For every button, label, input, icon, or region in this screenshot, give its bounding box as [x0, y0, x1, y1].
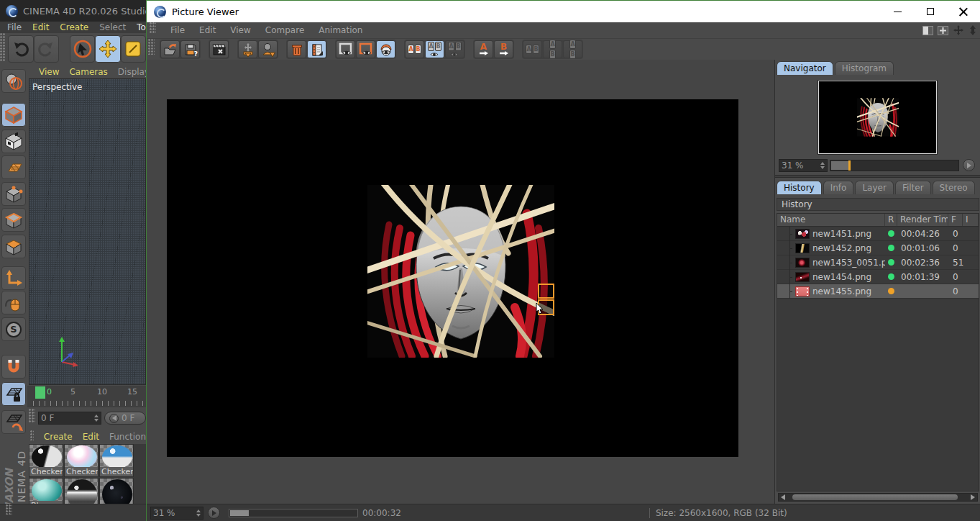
link-ab-button[interactable]: AB — [543, 40, 562, 58]
viewport-menu-display[interactable]: Display — [118, 67, 146, 77]
image-canvas[interactable] — [147, 60, 774, 504]
close-button[interactable] — [947, 1, 980, 22]
axis-mode-button[interactable] — [1, 266, 26, 290]
model-mode-button[interactable] — [1, 103, 26, 127]
updown-arrow-icon[interactable] — [968, 24, 977, 36]
layout-pane-icon[interactable] — [922, 26, 933, 35]
magnet-snap-button[interactable] — [1, 355, 26, 379]
material-checker-pastel[interactable]: Checker — [64, 444, 99, 477]
viewport[interactable]: Perspective — [29, 78, 146, 385]
pv-toolbar-grip[interactable] — [148, 39, 155, 55]
tab-filter[interactable]: Filter — [895, 181, 931, 194]
add-pane-icon[interactable] — [938, 26, 948, 35]
tab-navigator[interactable]: Navigator — [777, 61, 833, 75]
status-zoom-presets-button[interactable] — [208, 507, 220, 519]
history-hscrollbar[interactable] — [778, 493, 978, 502]
zoom-presets-button[interactable] — [963, 159, 975, 171]
compare-overlay-button[interactable]: AB — [445, 40, 464, 58]
pv-menu-compare[interactable]: Compare — [265, 25, 304, 35]
lock-workplane-button[interactable] — [1, 382, 26, 406]
history-row[interactable]: new1454.png 00:01:39 0 — [777, 270, 979, 284]
material-menu-edit[interactable]: Edit — [83, 432, 99, 442]
move-tool-button[interactable] — [95, 35, 120, 63]
menu-select[interactable]: Select — [99, 22, 126, 32]
tab-histogram[interactable]: Histogram — [835, 61, 894, 75]
workplane-mode-button[interactable] — [1, 155, 26, 179]
scroll-left-arrow[interactable] — [781, 494, 785, 500]
delete-image-button[interactable] — [287, 40, 306, 58]
set-as-b-button[interactable]: B — [494, 40, 513, 58]
col-f[interactable]: F — [948, 214, 963, 226]
active-image-view-button[interactable] — [356, 40, 375, 58]
material-menu-create[interactable]: Create — [44, 432, 73, 442]
material-menu-function[interactable]: Function — [109, 432, 146, 442]
current-frame-field[interactable]: 0 F — [38, 412, 101, 425]
frame-slider[interactable]: 0 F — [104, 412, 146, 425]
swap-ab-button[interactable]: AB — [523, 40, 542, 58]
tab-layer[interactable]: Layer — [855, 181, 893, 194]
pv-menu-file[interactable]: File — [170, 25, 185, 35]
scrollbar-thumb[interactable] — [792, 494, 958, 500]
navigator-zoom-slider[interactable] — [830, 160, 959, 171]
snap-settings-button[interactable]: S — [1, 317, 26, 341]
save-image-button[interactable]: ? — [180, 40, 200, 58]
tab-stereo[interactable]: Stereo — [933, 181, 975, 194]
menu-create[interactable]: Create — [60, 22, 88, 32]
select-tool-button[interactable] — [70, 35, 95, 63]
tab-info[interactable]: Info — [823, 181, 854, 194]
frame-slider-arrow[interactable] — [109, 414, 119, 423]
col-r[interactable]: R — [885, 214, 897, 226]
viewport-menu-view[interactable]: View — [39, 67, 59, 77]
material-menu-grip[interactable] — [30, 430, 34, 440]
history-row[interactable]: new1451.png 00:04:26 0 — [777, 227, 979, 241]
compare-ab-button[interactable]: AB — [405, 40, 424, 58]
cache-frames-button[interactable] — [238, 40, 257, 58]
points-mode-button[interactable] — [1, 182, 26, 206]
navigator-thumbnail[interactable] — [818, 81, 937, 154]
make-movie-button[interactable] — [209, 40, 229, 58]
fourway-arrow-icon[interactable] — [953, 24, 964, 36]
planar-workplane-button[interactable] — [1, 410, 26, 434]
open-image-button[interactable] — [160, 40, 180, 58]
zoom-slider-handle[interactable] — [831, 161, 848, 170]
col-i[interactable]: I — [963, 214, 979, 226]
timeline-ruler[interactable]: 0 5 10 15 — [27, 386, 146, 407]
col-render-time[interactable]: Render Time — [897, 214, 948, 226]
history-row-selected[interactable]: new1455.png 0 — [777, 284, 979, 299]
navigator-zoom-spinner[interactable] — [820, 162, 825, 169]
scroll-right-arrow[interactable] — [971, 494, 975, 500]
pv-menu-animation[interactable]: Animation — [319, 25, 362, 35]
statusbar-grip[interactable] — [6, 504, 12, 515]
frame-grip[interactable] — [29, 409, 35, 423]
texture-mode-button[interactable] — [1, 130, 26, 153]
toolbar-grip[interactable] — [0, 33, 6, 62]
panel-splitter[interactable] — [775, 175, 980, 178]
edges-mode-button[interactable] — [1, 208, 26, 232]
menu-file[interactable]: File — [7, 22, 22, 32]
col-name[interactable]: Name — [777, 214, 885, 226]
history-row[interactable]: new1453_0051.png 00:02:36 51 — [777, 255, 979, 270]
tweak-mode-button[interactable] — [1, 291, 26, 314]
pv-menu-edit[interactable]: Edit — [199, 25, 216, 35]
navigator-zoom-field[interactable]: 31 % — [779, 159, 828, 172]
reset-ab-button[interactable]: AB — [563, 40, 582, 58]
history-row[interactable]: new1452.png 00:01:06 0 — [777, 241, 979, 255]
menu-tools[interactable]: Tools — [137, 22, 146, 32]
frame-spinner[interactable] — [94, 414, 99, 422]
pv-menu-view[interactable]: View — [230, 25, 250, 35]
undo-button[interactable] — [8, 35, 33, 63]
timeline-current-frame-marker[interactable] — [35, 386, 45, 399]
viewport-menu-cameras[interactable]: Cameras — [69, 67, 107, 77]
make-editable-button[interactable] — [1, 69, 26, 93]
scale-tool-button[interactable] — [121, 35, 146, 63]
maximize-button[interactable] — [914, 1, 947, 22]
ram-player-button[interactable] — [258, 40, 278, 58]
set-as-a-button[interactable]: A — [474, 40, 493, 58]
pv-titlebar[interactable]: Picture Viewer — [147, 1, 980, 22]
polygons-mode-button[interactable] — [1, 235, 26, 258]
material-checker-bw[interactable]: Checker — [29, 444, 63, 477]
status-zoom-spinner[interactable] — [196, 509, 201, 517]
status-zoom-field[interactable]: 31 % — [150, 507, 203, 520]
compare-split-button[interactable]: AB — [425, 40, 444, 58]
tab-history[interactable]: History — [777, 181, 822, 194]
